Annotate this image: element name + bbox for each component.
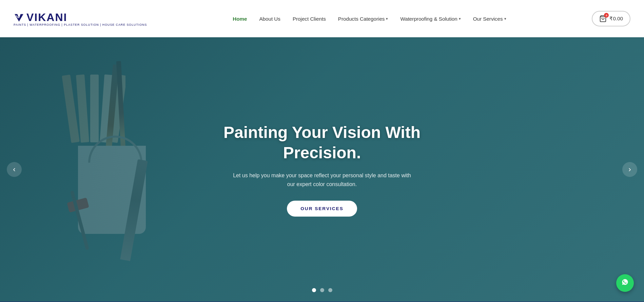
nav-services[interactable]: Our Services ▾ <box>473 16 506 22</box>
nav-home[interactable]: Home <box>233 16 247 22</box>
nav-about[interactable]: About Us <box>259 16 280 22</box>
logo: VIKANI PAINTS | WATERPROOFING | PLASTER … <box>14 11 147 26</box>
brand-name: VIKANI <box>26 11 67 24</box>
hero-title: Painting Your Vision With Precision. <box>210 122 434 163</box>
vikani-logo-icon <box>14 12 24 23</box>
slider-dot-3[interactable] <box>328 288 332 292</box>
svg-marker-0 <box>15 14 23 21</box>
slider-dot-1[interactable] <box>312 288 316 292</box>
hero-section: Painting Your Vision With Precision. Let… <box>0 37 644 302</box>
cart-button[interactable]: 0 ₹0.00 <box>592 11 630 26</box>
main-nav: Home About Us Project Clients Products C… <box>233 16 506 22</box>
nav-clients[interactable]: Project Clients <box>293 16 326 22</box>
nav-waterproofing[interactable]: Waterproofing & Solution ▾ <box>400 16 461 22</box>
whatsapp-icon <box>620 277 630 289</box>
products-dropdown-icon: ▾ <box>386 17 388 21</box>
cart-amount: ₹0.00 <box>609 16 623 22</box>
waterproofing-dropdown-icon: ▾ <box>459 17 461 21</box>
logo-tagline: PAINTS | WATERPROOFING | PLASTER SOLUTIO… <box>14 23 147 26</box>
hero-cta-button[interactable]: OUR SERVICES <box>287 201 357 217</box>
cart-badge: 0 <box>604 13 609 18</box>
nav-products[interactable]: Products Categories ▾ <box>338 16 388 22</box>
slider-dots <box>312 288 332 292</box>
slider-dot-2[interactable] <box>320 288 324 292</box>
header: VIKANI PAINTS | WATERPROOFING | PLASTER … <box>0 0 644 37</box>
logo-main: VIKANI <box>14 11 67 24</box>
hero-subtitle: Let us help you make your space reflect … <box>231 171 414 188</box>
slider-next-button[interactable]: › <box>622 162 637 177</box>
whatsapp-fab-button[interactable] <box>616 274 634 292</box>
slider-prev-button[interactable]: ‹ <box>7 162 22 177</box>
cart-icon-wrapper: 0 <box>599 15 607 22</box>
services-dropdown-icon: ▾ <box>504 17 506 21</box>
hero-content: Painting Your Vision With Precision. Let… <box>203 122 441 217</box>
